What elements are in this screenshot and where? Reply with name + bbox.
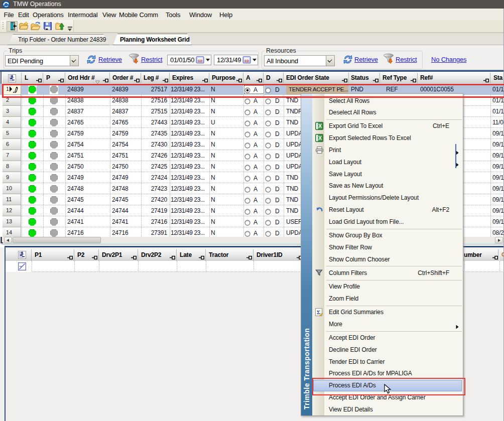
svg-text:12: 12 [244,59,248,63]
svg-text:Σ: Σ [317,309,320,315]
svg-text:12: 12 [198,59,202,63]
svg-text:X: X [318,135,322,141]
svg-text:X: X [318,123,322,129]
